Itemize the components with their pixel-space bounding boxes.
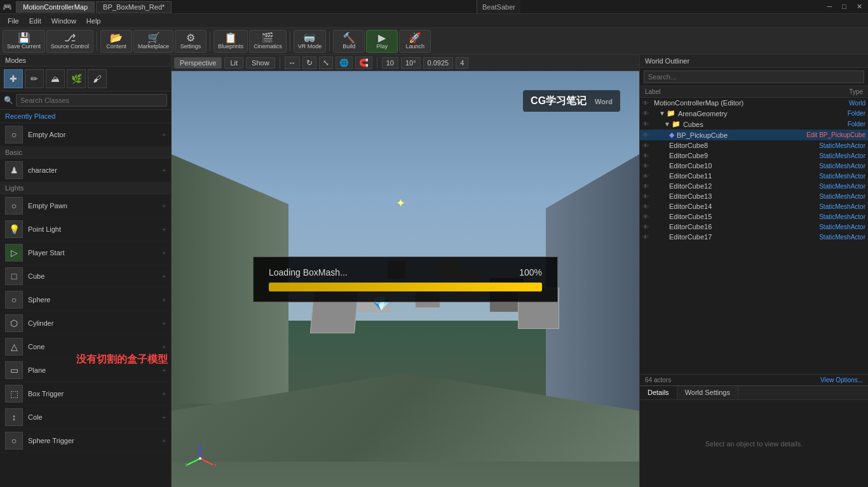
outliner-item-editorcube10[interactable]: 👁 EditorCube10 StaticMeshActor [640,161,868,171]
modes-strip: ✚ ✏ ⛰ 🌿 🖌 [0,67,171,91]
outliner-item-editorcube11[interactable]: 👁 EditorCube11 StaticMeshActor [640,171,868,181]
mesh-paint-btn[interactable]: 🖌 [88,69,107,88]
sphere-icon: ○ [5,291,23,309]
point-light-icon: 💡 [5,220,23,238]
title-tab-2[interactable]: BP_BoxMesh_Red* [96,1,172,13]
foliage-mode-btn[interactable]: 🌿 [67,69,86,88]
place-item-sphere-trigger[interactable]: ○ Sphere Trigger + [0,429,171,453]
place-item-empty-actor[interactable]: ○ Empty Actor + [0,123,171,147]
menu-window[interactable]: Window [46,16,81,26]
modes-label: Modes [5,57,26,64]
place-mode-btn[interactable]: ✚ [4,69,23,88]
light-gizmo: ✦ [396,196,405,210]
outliner-item-bp-pickup-cube[interactable]: 👁 ◆ BP_PickupCube Edit BP_PickupCube [640,130,868,140]
build-button[interactable]: 🔨 Build [333,30,365,53]
outliner-item-editorcube13[interactable]: 👁 EditorCube13 StaticMeshActor [640,191,868,201]
settings-button[interactable]: ⚙ Settings [175,30,207,53]
marketplace-button[interactable]: 🛒 Marketplace [133,30,173,53]
source-control-button[interactable]: ⎇ Source Control [46,30,93,53]
3d-viewport[interactable]: 💎 ✦ Loading BoxMash... 100% X Y [172,71,639,487]
vr-mode-button[interactable]: 🥽 VR Mode [294,30,327,53]
outliner-item-motion-controller-map[interactable]: 👁 MotionControllerMap (Editor) World [640,98,868,108]
place-item-player-start[interactable]: ▷ Player Start + [0,241,171,265]
outliner-item-editorcube17[interactable]: 👁 EditorCube17 StaticMeshActor [640,232,868,242]
svg-line-1 [187,458,200,465]
details-empty-text: Select an object to view details. [705,440,803,448]
place-item-point-light[interactable]: 💡 Point Light + [0,218,171,241]
item-label-2: Cubes [683,121,848,128]
actor-count: 64 actors [645,377,671,384]
outliner-item-editorcube12[interactable]: 👁 EditorCube12 StaticMeshActor [640,181,868,191]
place-item-box-trigger[interactable]: ⬚ Box Trigger + [0,382,171,406]
world-outliner: World Outliner Label Type 👁 MotionContro… [640,55,868,385]
blueprints-button[interactable]: 📋 Blueprints [214,30,248,53]
world-icon[interactable]: 🌐 [336,57,353,69]
scale-icon[interactable]: ⤡ [319,57,333,69]
outliner-footer: 64 actors View Options... [640,374,868,385]
outliner-title: World Outliner [645,57,689,65]
outliner-list: 👁 MotionControllerMap (Editor) World 👁 ▼… [640,98,868,374]
place-item-sphere[interactable]: ○ Sphere + [0,288,171,312]
outliner-item-editorcube16[interactable]: 👁 EditorCube16 StaticMeshActor [640,222,868,232]
lights-header[interactable]: Lights [0,182,171,194]
svg-text:Z: Z [199,443,202,446]
lit-button[interactable]: Lit [224,57,243,69]
outliner-item-editorcube8[interactable]: 👁 EditorCube8 StaticMeshActor [640,140,868,150]
outliner-item-editorcube14[interactable]: 👁 EditorCube14 StaticMeshActor [640,201,868,211]
launch-button[interactable]: 🚀 Launch [399,30,431,53]
camera-speed-value: 4 [456,57,468,69]
perspective-dropdown[interactable]: Perspective [174,57,222,69]
translate-icon[interactable]: ↔ [285,57,300,69]
cinematics-button[interactable]: 🎬 Cinematics [249,30,287,53]
svg-text:X: X [214,462,216,468]
center-area: Perspective Lit Show ↔ ↻ ⤡ 🌐 🧲 10 10° 0.… [172,55,639,487]
svg-line-0 [200,458,213,465]
right-panel: World Outliner Label Type 👁 MotionContro… [639,55,868,487]
outliner-search-input[interactable] [644,70,864,83]
play-button[interactable]: ▶ Play [366,30,398,53]
save-button[interactable]: 💾 Save Current [3,30,45,53]
character-icon: ♟ [5,161,23,179]
minimize-button[interactable]: ─ [824,3,836,11]
place-item-empty-pawn[interactable]: ○ Empty Pawn + [0,194,171,218]
recently-placed-header[interactable]: Recently Placed [0,110,171,123]
outliner-search-bar [640,68,868,86]
menu-bar: File Edit Window Help [0,14,868,28]
menu-file[interactable]: File [3,16,24,26]
search-classes-input[interactable] [16,94,167,107]
details-tabs: Details World Settings [640,386,868,400]
close-button[interactable]: ✕ [853,3,865,11]
place-item-cube[interactable]: □ Cube + [0,265,171,288]
title-tab-1[interactable]: MotionControllerMap [16,1,95,13]
view-options-link[interactable]: View Options... [820,377,863,384]
paint-mode-btn[interactable]: ✏ [25,69,44,88]
coordinate-gizmo: X Y Z [184,443,216,474]
outliner-item-editorcube9[interactable]: 👁 EditorCube9 StaticMeshActor [640,150,868,161]
folder-arrow-2: ▼ [664,121,670,128]
basic-header[interactable]: Basic [0,147,171,159]
menu-edit[interactable]: Edit [24,16,46,26]
place-item-cole[interactable]: ↕ Cole + [0,406,171,429]
visibility-icon-0: 👁 [642,100,651,107]
rotate-icon[interactable]: ↻ [302,57,316,69]
empty-actor-icon: ○ [5,126,23,143]
beatsaber-area: BeatSaber [477,0,520,13]
outliner-item-cubes[interactable]: 👁 ▼ 📁 Cubes Folder [640,119,868,130]
place-item-cylinder[interactable]: ⬡ Cylinder + [0,312,171,335]
landscape-mode-btn[interactable]: ⛰ [46,69,65,88]
item-type-1: Folder [848,110,865,117]
plane-icon: ▭ [5,361,23,379]
outliner-item-arena-geometry[interactable]: 👁 ▼ 📁 ArenaGeometry Folder [640,108,868,119]
world-settings-tab[interactable]: World Settings [677,386,738,399]
place-item-character[interactable]: ♟ character + [0,159,171,182]
details-tab[interactable]: Details [640,386,677,399]
content-button[interactable]: 📂 Content [100,30,132,53]
chinese-annotation: 没有切割的盒子模型 [76,353,168,366]
outliner-item-editorcube15[interactable]: 👁 EditorCube15 StaticMeshActor [640,211,868,222]
maximize-button[interactable]: □ [839,3,850,11]
menu-help[interactable]: Help [81,16,106,26]
beatsaber-label: BeatSaber [482,3,515,11]
surface-snapping-icon[interactable]: 🧲 [355,57,372,69]
window-controls: ─ □ ✕ [824,3,865,11]
show-button[interactable]: Show [246,57,275,69]
